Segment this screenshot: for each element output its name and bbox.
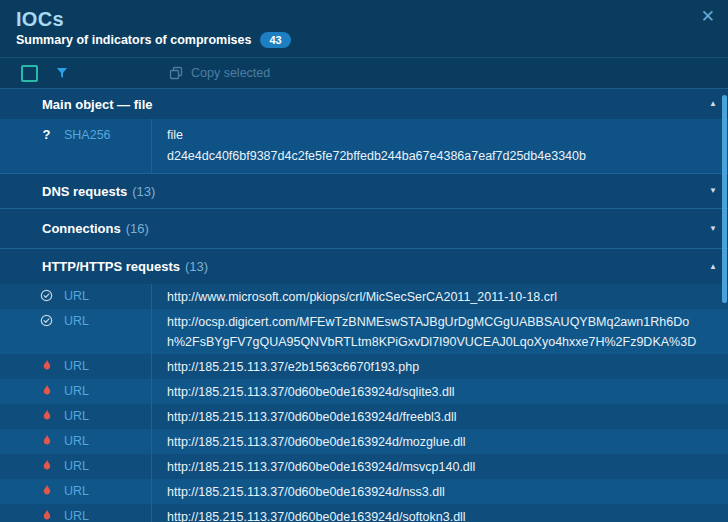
- ioc-type-label: URL: [64, 458, 89, 474]
- copy-icon: [169, 66, 183, 80]
- threat-flame-icon: [40, 459, 53, 471]
- copy-selected-button[interactable]: Copy selected: [169, 66, 270, 80]
- ioc-row-sha256[interactable]: ? SHA256 file d24e4dc40f6bf9387d4c2fe5fe…: [0, 119, 728, 173]
- sha256-hash-value: d24e4dc40f6bf9387d4c2fe5fe72bffedb244ba6…: [167, 146, 698, 167]
- ioc-type-label: URL: [64, 433, 89, 449]
- panel-subtitle-row: Summary of indicators of compromises 43: [16, 32, 712, 48]
- section-title: HTTP/HTTPS requests: [42, 259, 180, 274]
- section-title: DNS requests: [42, 184, 127, 199]
- ioc-url-value: http://ocsp.digicert.com/MFEwTzBNMEswSTA…: [152, 309, 728, 354]
- section-header-dns-requests[interactable]: DNS requests (13) ▼: [0, 173, 728, 208]
- sha256-object-name: file: [167, 125, 698, 146]
- threat-flame-icon: [40, 434, 53, 446]
- ioc-row-url[interactable]: URL http://185.215.113.37/0d60be0de16392…: [0, 454, 728, 479]
- threat-flame-icon: [40, 359, 53, 371]
- close-icon[interactable]: ✕: [701, 8, 715, 25]
- ioc-url-value: http://185.215.113.37/0d60be0de163924d/m…: [152, 454, 728, 479]
- ioc-type-label: URL: [64, 313, 89, 329]
- ioc-url-value: http://185.215.113.37/0d60be0de163924d/s…: [152, 379, 728, 404]
- ioc-row-url[interactable]: URL http://185.215.113.37/0d60be0de16392…: [0, 504, 728, 522]
- chevron-up-icon[interactable]: ▲: [709, 100, 717, 108]
- threat-flame-icon: [40, 384, 53, 396]
- ioc-row-url[interactable]: URL http://185.215.113.37/0d60be0de16392…: [0, 429, 728, 454]
- threat-flame-icon: [40, 484, 53, 496]
- ioc-row-key: URL: [0, 404, 152, 429]
- ioc-row-key: URL: [0, 309, 152, 354]
- section-count: (16): [126, 221, 149, 236]
- ioc-url-value: http://185.215.113.37/0d60be0de163924d/s…: [152, 504, 728, 522]
- ioc-row-key: URL: [0, 379, 152, 404]
- ioc-url-value: http://185.215.113.37/0d60be0de163924d/f…: [152, 404, 728, 429]
- select-all-checkbox[interactable]: [21, 65, 38, 82]
- ioc-url-value: http://185.215.113.37/0d60be0de163924d/m…: [152, 429, 728, 454]
- ioc-type-label: URL: [64, 483, 89, 499]
- ioc-type-label: SHA256: [64, 127, 111, 143]
- ioc-row-key: URL: [0, 454, 152, 479]
- ioc-type-label: URL: [64, 358, 89, 374]
- chevron-down-icon[interactable]: ▼: [709, 225, 717, 233]
- section-title: Connections: [42, 221, 121, 236]
- panel-subtitle: Summary of indicators of compromises: [16, 33, 251, 47]
- panel-header: IOCs Summary of indicators of compromise…: [0, 0, 728, 57]
- ioc-row-key: URL: [0, 479, 152, 504]
- filter-icon[interactable]: [55, 66, 69, 80]
- ioc-row-key: URL: [0, 354, 152, 379]
- section-header-connections[interactable]: Connections (16) ▼: [0, 208, 728, 248]
- ioc-row-url[interactable]: URL http://ocsp.digicert.com/MFEwTzBNMEs…: [0, 309, 728, 354]
- ioc-row-url[interactable]: URL http://185.215.113.37/0d60be0de16392…: [0, 479, 728, 504]
- section-title: Main object — file: [42, 97, 153, 112]
- ioc-row-url[interactable]: URL http://www.microsoft.com/pkiops/crl/…: [0, 284, 728, 309]
- ioc-count-badge: 43: [260, 32, 290, 48]
- iocs-panel: IOCs Summary of indicators of compromise…: [0, 0, 728, 522]
- section-count: (13): [132, 184, 155, 199]
- ioc-row-key: ? SHA256: [0, 119, 152, 173]
- section-header-http-requests[interactable]: HTTP/HTTPS requests (13) ▲: [0, 248, 728, 284]
- ioc-type-label: URL: [64, 508, 89, 522]
- toolbar: Copy selected: [0, 57, 728, 89]
- chevron-up-icon[interactable]: ▲: [709, 263, 717, 271]
- ioc-url-value: http://www.microsoft.com/pkiops/crl/MicS…: [152, 284, 728, 309]
- chevron-down-icon[interactable]: ▼: [709, 187, 717, 195]
- safe-check-circle-icon: [40, 289, 53, 302]
- ioc-type-label: URL: [64, 383, 89, 399]
- ioc-row-url[interactable]: URL http://185.215.113.37/e2b1563c6670f1…: [0, 354, 728, 379]
- ioc-url-value: http://185.215.113.37/e2b1563c6670f193.p…: [152, 354, 728, 379]
- question-mark-icon: ?: [40, 127, 53, 143]
- ioc-row-value: file d24e4dc40f6bf9387d4c2fe5fe72bffedb2…: [152, 119, 728, 173]
- threat-flame-icon: [40, 409, 53, 421]
- ioc-row-key: URL: [0, 504, 152, 522]
- vertical-scrollbar-thumb[interactable]: [722, 95, 727, 303]
- threat-flame-icon: [40, 509, 53, 521]
- ioc-row-url[interactable]: URL http://185.215.113.37/0d60be0de16392…: [0, 404, 728, 429]
- page-title: IOCs: [16, 7, 712, 31]
- ioc-row-key: URL: [0, 284, 152, 309]
- safe-check-circle-icon: [40, 314, 53, 327]
- ioc-type-label: URL: [64, 408, 89, 424]
- ioc-row-key: URL: [0, 429, 152, 454]
- copy-selected-label: Copy selected: [191, 66, 270, 80]
- ioc-type-label: URL: [64, 288, 89, 304]
- ioc-row-url[interactable]: URL http://185.215.113.37/0d60be0de16392…: [0, 379, 728, 404]
- section-count: (13): [185, 259, 208, 274]
- ioc-url-value: http://185.215.113.37/0d60be0de163924d/n…: [152, 479, 728, 504]
- section-header-main-object[interactable]: Main object — file ▲: [0, 89, 728, 119]
